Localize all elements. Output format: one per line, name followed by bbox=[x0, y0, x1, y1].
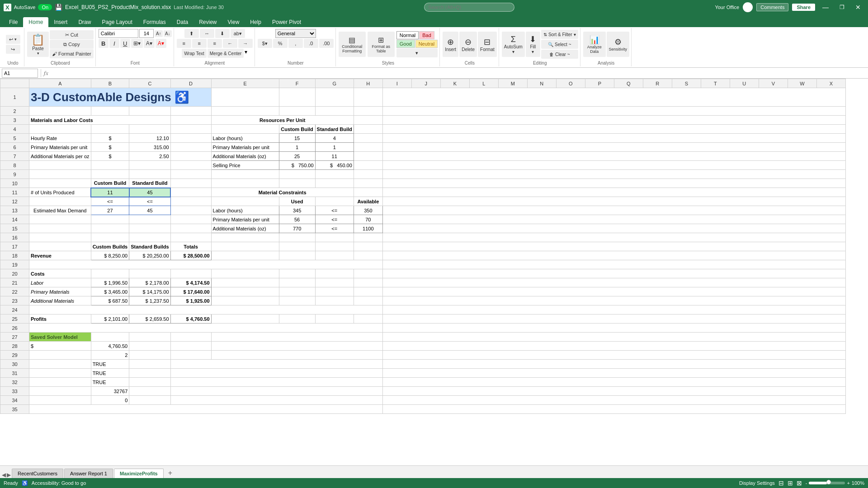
cell-B31[interactable]: TRUE bbox=[91, 369, 129, 378]
cell-E10[interactable] bbox=[211, 179, 279, 188]
cell-G12[interactable] bbox=[315, 197, 354, 206]
row-header-15[interactable]: 15 bbox=[0, 224, 29, 233]
cell-C10[interactable]: Standard Build bbox=[129, 179, 170, 188]
cell-I10[interactable] bbox=[382, 179, 845, 188]
cell-E5[interactable]: Labor (hours) bbox=[211, 134, 279, 143]
cell-C28[interactable] bbox=[129, 342, 170, 351]
cell-F23[interactable] bbox=[279, 296, 315, 305]
undo-button[interactable]: ↩ ▾ bbox=[6, 35, 20, 44]
cell-B29[interactable]: 2 bbox=[91, 351, 129, 360]
cell-E18[interactable] bbox=[211, 251, 279, 260]
cell-D2[interactable] bbox=[170, 107, 211, 116]
format-painter-button[interactable]: 🖌 Format Painter bbox=[50, 49, 94, 58]
tab-answer-report[interactable]: Answer Report 1 bbox=[64, 469, 113, 478]
style-normal[interactable]: Normal bbox=[396, 31, 419, 39]
cell-H23[interactable] bbox=[354, 296, 382, 305]
cell-A26[interactable] bbox=[29, 324, 383, 333]
cell-H17[interactable] bbox=[354, 242, 382, 251]
cell-F10[interactable] bbox=[279, 179, 315, 188]
cell-G22[interactable] bbox=[315, 287, 354, 296]
paste-button[interactable]: 📋 Paste ▾ bbox=[27, 32, 49, 57]
cell-A10[interactable] bbox=[29, 179, 91, 188]
italic-button[interactable]: I bbox=[109, 39, 119, 48]
cell-A24[interactable] bbox=[29, 305, 383, 314]
cell-C23[interactable]: $ 1,237.50 bbox=[129, 296, 170, 305]
cell-C31[interactable] bbox=[129, 369, 170, 378]
cell-B9[interactable] bbox=[91, 170, 129, 179]
grid-wrapper[interactable]: A B C D E F G H I J K L M N O P Q bbox=[0, 79, 868, 465]
cell-H20[interactable] bbox=[354, 269, 382, 278]
cell-B2[interactable] bbox=[91, 107, 129, 116]
analyze-data-button[interactable]: 📊 Analyze Data bbox=[583, 32, 606, 57]
cell-B12[interactable]: <= bbox=[91, 197, 129, 206]
font-size-input[interactable] bbox=[139, 29, 154, 38]
zoom-out-button[interactable]: - bbox=[806, 480, 807, 486]
cell-I2[interactable] bbox=[382, 107, 845, 116]
cell-D28[interactable] bbox=[170, 342, 211, 351]
cell-D34[interactable] bbox=[170, 396, 382, 405]
col-header-N[interactable]: N bbox=[527, 79, 556, 88]
cell-C7[interactable]: 2.50 bbox=[129, 152, 170, 161]
cell-E25[interactable] bbox=[211, 314, 279, 324]
cell-H18[interactable] bbox=[354, 251, 382, 260]
cell-I24[interactable] bbox=[382, 305, 845, 314]
col-header-M[interactable]: M bbox=[498, 79, 527, 88]
cell-C2[interactable] bbox=[129, 107, 170, 116]
sort-filter-button[interactable]: ⇅ Sort & Filter▾ bbox=[541, 30, 578, 39]
close-button[interactable]: ✕ bbox=[852, 4, 864, 11]
clear-button[interactable]: 🗑 Clear ~ bbox=[541, 50, 578, 59]
cell-F9[interactable] bbox=[279, 170, 315, 179]
cell-A1[interactable]: 3-D CustomAble Designs ♿ bbox=[29, 88, 212, 107]
cell-A14[interactable] bbox=[29, 215, 91, 224]
row-header-34[interactable]: 34 bbox=[0, 396, 29, 405]
number-format-select[interactable]: General Number Currency Accounting bbox=[275, 29, 316, 38]
zoom-in-button[interactable]: + bbox=[847, 480, 849, 486]
row-header-30[interactable]: 30 bbox=[0, 360, 29, 369]
cell-B14[interactable] bbox=[91, 215, 129, 224]
cell-D31[interactable] bbox=[170, 369, 382, 378]
cell-B6[interactable]: $ bbox=[91, 143, 129, 152]
cell-F18[interactable] bbox=[279, 251, 315, 260]
decrease-decimal-button[interactable]: .0 bbox=[304, 39, 318, 48]
col-header-T[interactable]: T bbox=[701, 79, 730, 88]
sensitivity-button[interactable]: ⚙ Sensitivity bbox=[607, 32, 629, 57]
style-bad[interactable]: Bad bbox=[419, 31, 434, 39]
cell-G2[interactable] bbox=[315, 107, 354, 116]
font-shrink-button[interactable]: A↓ bbox=[164, 30, 172, 37]
cell-D6[interactable] bbox=[170, 143, 211, 152]
cell-A25[interactable]: Profits bbox=[29, 314, 91, 324]
share-button[interactable]: Share bbox=[792, 4, 815, 11]
col-header-J[interactable]: J bbox=[411, 79, 440, 88]
cell-F17[interactable] bbox=[279, 242, 315, 251]
cell-I35[interactable] bbox=[382, 405, 845, 414]
row-header-26[interactable]: 26 bbox=[0, 324, 29, 333]
cell-D11[interactable] bbox=[170, 188, 211, 197]
insert-button[interactable]: ⊕ Insert bbox=[443, 32, 458, 57]
cell-B17[interactable]: Custom Builds bbox=[91, 242, 129, 251]
bold-button[interactable]: B bbox=[99, 39, 108, 48]
cell-C29[interactable] bbox=[129, 351, 170, 360]
cell-C6[interactable]: 315.00 bbox=[129, 143, 170, 152]
row-header-6[interactable]: 6 bbox=[0, 143, 29, 152]
cell-E29[interactable] bbox=[211, 351, 382, 360]
cell-I26[interactable] bbox=[382, 324, 845, 333]
cell-I27[interactable] bbox=[382, 333, 845, 342]
cell-I6[interactable] bbox=[382, 143, 845, 152]
cell-G13[interactable]: <= bbox=[315, 206, 354, 215]
cell-A5[interactable]: Hourly Rate bbox=[29, 134, 91, 143]
cell-E13[interactable]: Labor (hours) bbox=[211, 206, 279, 215]
cell-F7[interactable]: 25 bbox=[279, 152, 315, 161]
cell-D20[interactable] bbox=[170, 269, 211, 278]
cell-F14[interactable]: 56 bbox=[279, 215, 315, 224]
row-header-9[interactable]: 9 bbox=[0, 170, 29, 179]
cell-A28[interactable]: $ bbox=[29, 342, 91, 351]
cell-D10[interactable] bbox=[170, 179, 211, 188]
cell-D9[interactable] bbox=[170, 170, 211, 179]
tab-help[interactable]: Help bbox=[245, 17, 267, 27]
cell-H12[interactable]: Available bbox=[354, 197, 382, 206]
cell-A19[interactable] bbox=[29, 260, 383, 269]
cell-D18[interactable]: $ 28,500.00 bbox=[170, 251, 211, 260]
cell-I21[interactable] bbox=[382, 278, 845, 287]
row-header-10[interactable]: 10 bbox=[0, 179, 29, 188]
col-header-S[interactable]: S bbox=[672, 79, 701, 88]
